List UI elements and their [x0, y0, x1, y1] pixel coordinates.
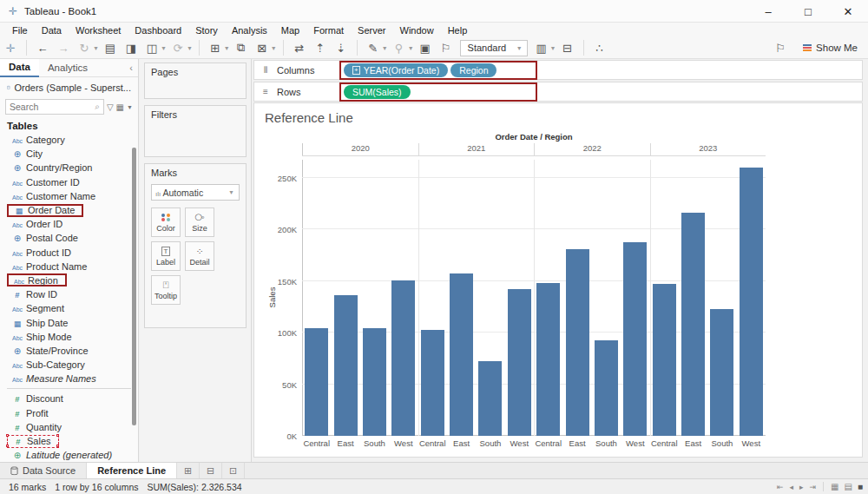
menu-analysis[interactable]: Analysis: [225, 25, 274, 36]
field-ship-mode[interactable]: AbcShip Mode: [0, 330, 138, 344]
close-button[interactable]: ✕: [828, 0, 868, 23]
bar-2020-central[interactable]: [305, 328, 328, 436]
tab-data[interactable]: Data: [0, 59, 39, 77]
pause-auto-updates-caret-icon[interactable]: ▼: [161, 45, 167, 51]
sort-ascending-icon[interactable]: ⇡: [311, 39, 330, 56]
filters-shelf[interactable]: Filters: [144, 105, 247, 157]
fit-dropdown[interactable]: Standard▼: [460, 40, 528, 56]
filmstrip-view-icon[interactable]: ▤: [845, 482, 852, 491]
clear-sheet-icon[interactable]: ⊠: [253, 39, 272, 56]
field-category[interactable]: AbcCategory: [0, 133, 138, 147]
pill-sum-sales-[interactable]: SUM(Sales): [344, 85, 411, 99]
field-order-date[interactable]: ▦Order Date: [0, 203, 138, 217]
field-profit[interactable]: #Profit: [0, 406, 138, 420]
replay-caret-icon[interactable]: ▼: [93, 45, 99, 51]
presentation-mode-icon[interactable]: ⊟: [558, 39, 577, 56]
tooltip-button[interactable]: ⍞Tooltip: [151, 275, 181, 305]
field-customer-name[interactable]: AbcCustomer Name: [0, 189, 138, 203]
search-input[interactable]: [10, 102, 95, 112]
undo-icon[interactable]: ←: [33, 39, 52, 56]
bar-2020-west[interactable]: [391, 280, 415, 436]
duplicate-sheet-icon[interactable]: ⧉: [232, 39, 251, 56]
menu-map[interactable]: Map: [274, 25, 306, 36]
field-product-id[interactable]: AbcProduct ID: [0, 246, 138, 260]
new-data-source-icon[interactable]: ◨: [122, 39, 141, 56]
pill-region[interactable]: Region: [450, 63, 496, 77]
show-hide-cards-icon[interactable]: ▥: [532, 39, 551, 56]
sheet-view[interactable]: Reference Line Order Date / Region 20202…: [253, 102, 863, 458]
bar-2022-central[interactable]: [536, 283, 560, 436]
field-ship-date[interactable]: ▦Ship Date: [0, 315, 138, 329]
group-members-icon[interactable]: ⚲: [390, 39, 409, 56]
last-page-icon[interactable]: ⇥: [810, 483, 817, 491]
menu-data[interactable]: Data: [35, 25, 69, 36]
tooltip-button-icon[interactable]: ⚐: [771, 39, 790, 56]
next-page-icon[interactable]: ▸: [799, 483, 804, 491]
menu-worksheet[interactable]: Worksheet: [69, 25, 128, 36]
tab-reference-line[interactable]: Reference Line: [87, 463, 177, 478]
field-measure-names[interactable]: AbcMeasure Names: [0, 372, 138, 385]
pause-auto-updates-icon[interactable]: ◫: [142, 39, 161, 56]
menu-window[interactable]: Window: [393, 25, 441, 36]
menu-story[interactable]: Story: [188, 25, 225, 36]
maximize-button[interactable]: □: [788, 0, 828, 23]
menu-server[interactable]: Server: [351, 25, 392, 36]
bar-2023-central[interactable]: [653, 284, 676, 436]
save-icon[interactable]: ▤: [101, 39, 120, 56]
pages-shelf[interactable]: Pages: [144, 63, 247, 99]
field-sub-category[interactable]: AbcSub-Category: [0, 358, 138, 372]
data-source-item[interactable]: Orders (Sample - Superst...: [0, 77, 138, 97]
redo-icon[interactable]: →: [54, 39, 73, 56]
show-mark-labels-icon[interactable]: ▣: [416, 39, 435, 56]
field-state-province[interactable]: ⊕State/Province: [0, 344, 138, 358]
data-pane-scrollbar[interactable]: [132, 148, 136, 425]
menu-format[interactable]: Format: [306, 25, 351, 36]
field-postal-code[interactable]: ⊕Postal Code: [0, 231, 138, 245]
prev-page-icon[interactable]: ◂: [789, 483, 793, 491]
view-options-icon[interactable]: ▦: [116, 102, 124, 112]
new-story-tab-icon[interactable]: ⊡: [222, 463, 245, 478]
expand-hierarchy-icon[interactable]: +: [352, 66, 360, 75]
label-button[interactable]: TLabel: [151, 241, 181, 271]
new-worksheet-tab-icon[interactable]: ⊞: [177, 463, 200, 478]
field-segment[interactable]: AbcSegment: [0, 301, 138, 315]
group-members-caret-icon[interactable]: ▼: [408, 45, 414, 51]
highlight-caret-icon[interactable]: ▼: [382, 45, 388, 51]
highlight-icon[interactable]: ✎: [364, 39, 383, 56]
field-order-id[interactable]: AbcOrder ID: [0, 217, 138, 231]
field-city[interactable]: ⊕City: [0, 147, 138, 161]
tab-analytics[interactable]: Analytics: [39, 59, 96, 77]
first-page-icon[interactable]: ⇤: [777, 483, 784, 491]
collapse-pane-icon[interactable]: ‹: [129, 63, 138, 73]
field-discount[interactable]: #Discount: [0, 392, 138, 405]
menu-file[interactable]: File: [5, 25, 35, 36]
new-worksheet-caret-icon[interactable]: ▼: [224, 45, 230, 51]
field-row-id[interactable]: #Row ID: [0, 287, 138, 301]
bar-2022-east[interactable]: [566, 249, 589, 436]
field-product-name[interactable]: AbcProduct Name: [0, 260, 138, 273]
menu-help[interactable]: Help: [441, 25, 475, 36]
field-country-region[interactable]: ⊕Country/Region: [0, 161, 138, 175]
menu-dashboard[interactable]: Dashboard: [128, 25, 188, 36]
bar-2021-east[interactable]: [450, 273, 473, 436]
bar-2021-west[interactable]: [508, 289, 531, 436]
sort-descending-icon[interactable]: ⇣: [332, 39, 351, 56]
color-button[interactable]: Color: [151, 207, 181, 237]
tab-data-source[interactable]: Data Source: [0, 463, 87, 478]
bar-2020-east[interactable]: [334, 295, 358, 436]
view-options-caret-icon[interactable]: ▼: [127, 104, 133, 110]
new-worksheet-icon[interactable]: ⊞: [206, 39, 225, 56]
replay-icon[interactable]: ↻: [75, 39, 94, 56]
bar-2021-south[interactable]: [478, 361, 502, 436]
show-me-button[interactable]: Show Me: [803, 43, 858, 53]
rows-shelf[interactable]: ≡ Rows SUM(Sales): [253, 82, 863, 102]
bar-2021-central[interactable]: [421, 330, 444, 436]
pill-year-order-date-[interactable]: +YEAR(Order Date): [344, 63, 448, 77]
field-region[interactable]: AbcRegion: [0, 273, 138, 287]
tableau-logo-icon[interactable]: ✛: [1, 39, 20, 56]
bar-2022-west[interactable]: [623, 242, 647, 436]
columns-shelf[interactable]: ⫴ Columns +YEAR(Order Date)Region: [253, 60, 863, 80]
field-customer-id[interactable]: AbcCustomer ID: [0, 175, 138, 189]
run-update-icon[interactable]: ⟳: [168, 39, 187, 56]
fullscreen-view-icon[interactable]: ■: [858, 482, 863, 491]
